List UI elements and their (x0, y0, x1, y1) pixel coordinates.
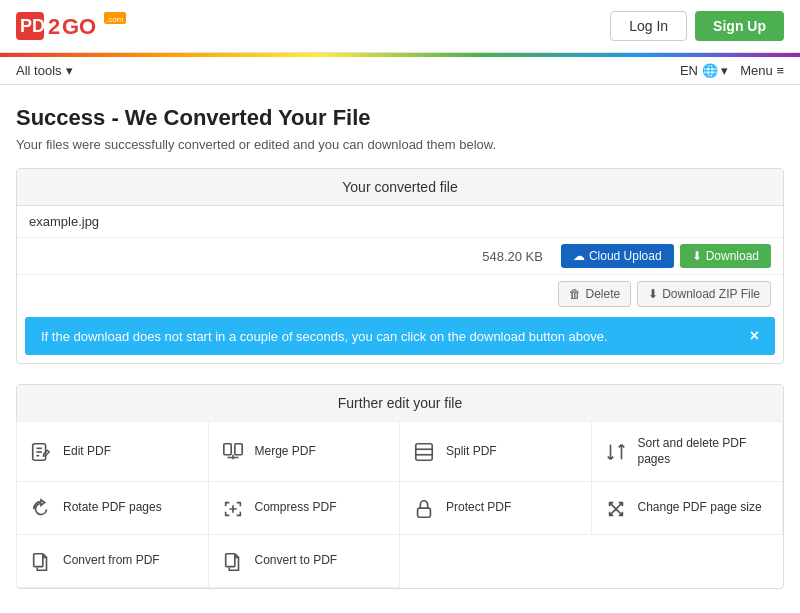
lang-label: EN (680, 63, 698, 78)
zip-icon: ⬇ (648, 287, 658, 301)
cloud-icon: ☁ (573, 249, 585, 263)
split-icon (412, 440, 436, 464)
tool-convert-from[interactable]: Convert from PDF (16, 534, 209, 588)
globe-icon: 🌐 (702, 63, 718, 78)
page-subtitle: Your files were successfully converted o… (16, 137, 784, 152)
all-tools-menu[interactable]: All tools ▾ (16, 63, 73, 78)
menu-label: Menu (740, 63, 773, 78)
tool-rotate-pdf[interactable]: Rotate PDF pages (16, 481, 209, 535)
converted-file-panel: Your converted file example.jpg 548.20 K… (16, 168, 784, 364)
info-banner-text: If the download does not start in a coup… (41, 329, 608, 344)
tool-label-split-pdf: Split PDF (446, 444, 497, 460)
download-zip-button[interactable]: ⬇ Download ZIP File (637, 281, 771, 307)
tool-protect-pdf[interactable]: Protect PDF (399, 481, 592, 535)
edit-icon (29, 440, 53, 464)
info-banner: If the download does not start in a coup… (25, 317, 775, 355)
header-buttons: Log In Sign Up (610, 11, 784, 41)
zip-label: Download ZIP File (662, 287, 760, 301)
merge-icon (221, 440, 245, 464)
login-button[interactable]: Log In (610, 11, 687, 41)
page-title: Success - We Converted Your File (16, 105, 784, 131)
menu-button[interactable]: Menu ≡ (740, 63, 784, 78)
svg-text:2: 2 (48, 14, 60, 39)
file-name: example.jpg (29, 214, 771, 229)
tool-label-edit-pdf: Edit PDF (63, 444, 111, 460)
download-button[interactable]: ⬇ Download (680, 244, 771, 268)
tool-merge-pdf[interactable]: Merge PDF (208, 421, 401, 482)
tool-label-change-size: Change PDF page size (638, 500, 762, 516)
hamburger-icon: ≡ (776, 63, 784, 78)
file-actions-row: 548.20 KB ☁ Cloud Upload ⬇ Download (17, 238, 783, 275)
further-panel-header: Further edit your file (17, 385, 783, 422)
download-label: Download (706, 249, 759, 263)
protect-icon (412, 496, 436, 520)
tool-label-convert-from: Convert from PDF (63, 553, 160, 569)
delete-label: Delete (585, 287, 620, 301)
all-tools-label: All tools (16, 63, 62, 78)
svg-rect-16 (34, 553, 43, 566)
svg-rect-10 (223, 444, 230, 455)
tool-label-rotate-pdf: Rotate PDF pages (63, 500, 162, 516)
logo-svg: PDF 2 GO .com (16, 8, 126, 44)
converted-panel-header: Your converted file (17, 169, 783, 206)
close-banner-button[interactable]: × (750, 327, 759, 345)
main-content: Success - We Converted Your File Your fi… (0, 85, 800, 609)
resize-icon (604, 496, 628, 520)
rotate-icon (29, 496, 53, 520)
chevron-down-icon: ▾ (66, 63, 73, 78)
download-icon: ⬇ (692, 249, 702, 263)
svg-rect-11 (234, 444, 241, 455)
tool-edit-pdf[interactable]: Edit PDF (16, 421, 209, 482)
tool-change-size[interactable]: Change PDF page size (591, 481, 784, 535)
tool-convert-to[interactable]: Convert to PDF (208, 534, 401, 588)
compress-icon (221, 496, 245, 520)
nav-bar: All tools ▾ EN 🌐 ▾ Menu ≡ (0, 57, 800, 85)
tool-label-convert-to: Convert to PDF (255, 553, 338, 569)
cloud-upload-button[interactable]: ☁ Cloud Upload (561, 244, 674, 268)
lang-chevron-icon: ▾ (721, 63, 728, 78)
file-size: 548.20 KB (29, 249, 555, 264)
svg-rect-17 (225, 553, 234, 566)
svg-text:GO: GO (62, 14, 96, 39)
signup-button[interactable]: Sign Up (695, 11, 784, 41)
header: PDF 2 GO .com Log In Sign Up (0, 0, 800, 53)
delete-button[interactable]: 🗑 Delete (558, 281, 631, 307)
svg-rect-15 (418, 508, 431, 517)
logo-pdf-text: PDF 2 GO .com (16, 8, 126, 44)
tool-sort-delete[interactable]: Sort and delete PDF pages (591, 421, 784, 482)
tool-label-sort-delete: Sort and delete PDF pages (638, 436, 771, 467)
tool-label-merge-pdf: Merge PDF (255, 444, 316, 460)
tool-label-protect-pdf: Protect PDF (446, 500, 511, 516)
tools-grid: Edit PDF Merge PDF Split PDF Sort and de… (17, 422, 783, 588)
language-selector[interactable]: EN 🌐 ▾ (680, 63, 728, 78)
convert-to-icon (221, 549, 245, 573)
cloud-upload-label: Cloud Upload (589, 249, 662, 263)
file-name-row: example.jpg (17, 206, 783, 238)
tool-compress-pdf[interactable]: Compress PDF (208, 481, 401, 535)
trash-icon: 🗑 (569, 287, 581, 301)
tool-split-pdf[interactable]: Split PDF (399, 421, 592, 482)
tool-label-compress-pdf: Compress PDF (255, 500, 337, 516)
svg-text:.com: .com (106, 15, 124, 24)
further-edit-panel: Further edit your file Edit PDF Merge PD… (16, 384, 784, 589)
svg-rect-12 (416, 444, 433, 461)
sort-icon (604, 440, 628, 464)
nav-right: EN 🌐 ▾ Menu ≡ (680, 63, 784, 78)
convert-from-icon (29, 549, 53, 573)
logo: PDF 2 GO .com (16, 8, 126, 44)
delete-row: 🗑 Delete ⬇ Download ZIP File (17, 275, 783, 313)
